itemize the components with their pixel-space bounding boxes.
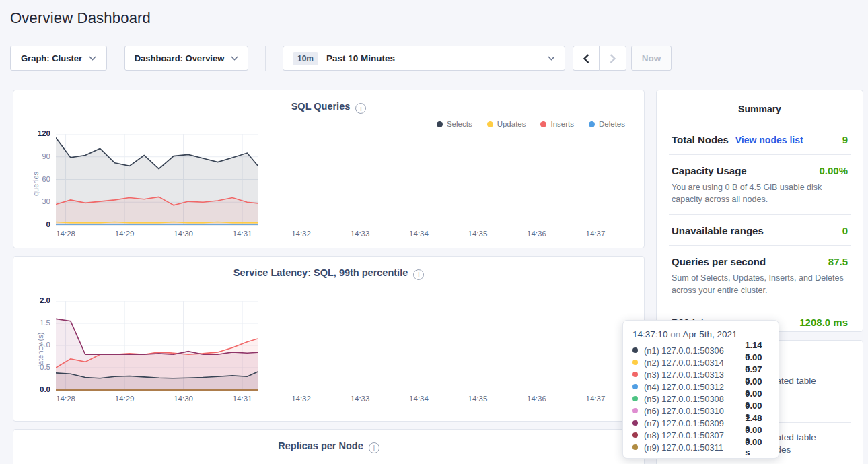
series-dot-icon — [632, 347, 638, 353]
legend-item[interactable]: Selects — [437, 120, 472, 128]
y-tick-label: 0.5 — [26, 363, 50, 371]
x-tick-label: 14:33 — [347, 395, 373, 403]
legend-item[interactable]: Updates — [487, 120, 526, 128]
summary-row-subtext: Sum of Selects, Updates, Inserts, and De… — [672, 272, 848, 296]
time-range-label: Past 10 Minutes — [326, 53, 540, 63]
x-tick-label: 14:32 — [288, 230, 315, 238]
sql-queries-card: SQL Queriesi SelectsUpdatesInsertsDelete… — [13, 90, 645, 248]
summary-row-label: Queries per second — [672, 256, 766, 267]
graph-dropdown-label: Graph: Cluster — [21, 53, 82, 63]
summary-row-value: 1208.0 ms — [799, 317, 848, 328]
now-button[interactable]: Now — [631, 46, 672, 71]
series-dot-icon — [632, 396, 638, 401]
tooltip-row: (n9) 127.0.0.1:503110.00 s — [632, 441, 769, 453]
summary-row-value: 0.00% — [819, 165, 848, 176]
summary-row-value: 87.5 — [828, 256, 848, 267]
series-dot-icon — [632, 420, 638, 426]
chart-title-row: SQL Queriesi — [13, 101, 644, 114]
info-icon[interactable]: i — [413, 269, 424, 280]
summary-row-qps: Queries per second 87.5 Sum of Selects, … — [657, 246, 863, 305]
series-dot-icon — [632, 408, 638, 413]
summary-row-label: Unavailable ranges — [672, 225, 764, 236]
dashboard-dropdown[interactable]: Dashboard: Overview — [124, 46, 248, 71]
y-tick-label: 1.5 — [26, 319, 50, 327]
x-tick-label: 14:33 — [347, 230, 373, 238]
legend-dot-icon — [437, 121, 443, 127]
summary-row-label: Total Nodes — [672, 134, 729, 145]
summary-row-value: 9 — [842, 134, 848, 145]
chevron-down-icon — [548, 56, 555, 61]
replicas-per-node-card: Replicas per Nodei — [13, 429, 645, 464]
y-tick-label: 30 — [26, 197, 50, 205]
x-tick-label: 14:34 — [406, 230, 433, 238]
summary-row-total-nodes: Total Nodes View nodes list 9 — [657, 124, 863, 154]
service-latency-card: Service Latency: SQL, 99th percentilei l… — [13, 256, 645, 422]
x-tick-label: 14:35 — [464, 230, 491, 238]
page-title: Overview Dashboard — [10, 9, 151, 27]
summary-title: Summary — [657, 90, 863, 114]
y-tick-label: 90 — [26, 152, 50, 160]
chart-plot-area[interactable] — [56, 301, 258, 402]
chart-hover-tooltip: 14:37:10 on Apr 5th, 2021 (n1) 127.0.0.1… — [622, 320, 779, 459]
overview-dashboard-page: Overview Dashboard Graph: Cluster Dashbo… — [0, 0, 868, 464]
legend-dot-icon — [540, 121, 546, 127]
x-tick-label: 14:28 — [52, 230, 79, 238]
summary-row-unavailable-ranges: Unavailable ranges 0 — [657, 215, 863, 245]
chart-plot-area[interactable] — [56, 134, 258, 235]
graph-dropdown[interactable]: Graph: Cluster — [10, 46, 107, 71]
y-tick-label: 2.0 — [26, 296, 50, 304]
legend-item[interactable]: Deletes — [589, 120, 625, 128]
series-dot-icon — [632, 444, 638, 450]
y-tick-label: 0.0 — [26, 385, 50, 393]
time-range-dropdown[interactable]: 10m Past 10 Minutes — [283, 46, 565, 71]
chevron-down-icon — [231, 56, 238, 61]
x-tick-label: 14:30 — [170, 395, 197, 403]
legend-dot-icon — [487, 121, 493, 127]
y-tick-label: 60 — [26, 175, 50, 183]
info-icon[interactable]: i — [369, 442, 379, 453]
x-tick-label: 14:30 — [170, 230, 197, 238]
chart-title-row: Replicas per Nodei — [13, 440, 644, 453]
series-dot-icon — [632, 384, 638, 389]
x-tick-label: 14:31 — [229, 230, 256, 238]
summary-row-capacity: Capacity Usage 0.00% You are using 0 B o… — [657, 155, 863, 214]
chart-title: Replicas per Node — [278, 440, 363, 451]
series-dot-icon — [632, 432, 638, 438]
tooltip-timestamp: 14:37:10 on Apr 5th, 2021 — [632, 329, 769, 339]
chart-legend: SelectsUpdatesInsertsDeletes — [437, 120, 625, 128]
dashboard-dropdown-label: Dashboard: Overview — [135, 53, 225, 63]
x-tick-label: 14:35 — [464, 395, 491, 403]
x-tick-label: 14:29 — [111, 230, 138, 238]
summary-row-subtext: You are using 0 B of 4.5 GiB usable disk… — [672, 181, 848, 205]
view-nodes-list-link[interactable]: View nodes list — [735, 135, 803, 145]
time-range-badge: 10m — [293, 52, 318, 65]
y-tick-label: 1.0 — [26, 341, 50, 349]
toolbar-divider — [265, 46, 266, 71]
time-prev-button[interactable] — [573, 46, 600, 71]
y-tick-label: 120 — [26, 129, 50, 137]
x-tick-label: 14:31 — [229, 395, 256, 403]
legend-dot-icon — [589, 121, 595, 127]
series-dot-icon — [632, 372, 638, 377]
x-tick-label: 14:28 — [52, 395, 79, 403]
summary-row-label: Capacity Usage — [672, 165, 747, 176]
x-tick-label: 14:32 — [288, 395, 315, 403]
y-tick-label: 0 — [26, 220, 50, 228]
x-tick-label: 14:37 — [582, 230, 609, 238]
series-dot-icon — [632, 360, 638, 365]
summary-row-value: 0 — [842, 225, 848, 236]
time-next-button[interactable] — [600, 46, 626, 71]
x-tick-label: 14:36 — [523, 395, 550, 403]
chevron-down-icon — [89, 56, 96, 61]
summary-panel: Summary Total Nodes View nodes list 9 Ca… — [656, 90, 863, 332]
chart-title-row: Service Latency: SQL, 99th percentilei — [13, 267, 644, 280]
x-tick-label: 14:34 — [406, 395, 433, 403]
y-axis-unit-label: latency (s) — [36, 333, 44, 367]
x-tick-label: 14:29 — [111, 395, 138, 403]
time-nav-group — [573, 46, 626, 71]
chart-title: Service Latency: SQL, 99th percentile — [233, 267, 408, 278]
info-icon[interactable]: i — [355, 103, 366, 114]
x-tick-label: 14:37 — [582, 395, 609, 403]
x-tick-label: 14:36 — [523, 230, 550, 238]
legend-item[interactable]: Inserts — [540, 120, 574, 128]
